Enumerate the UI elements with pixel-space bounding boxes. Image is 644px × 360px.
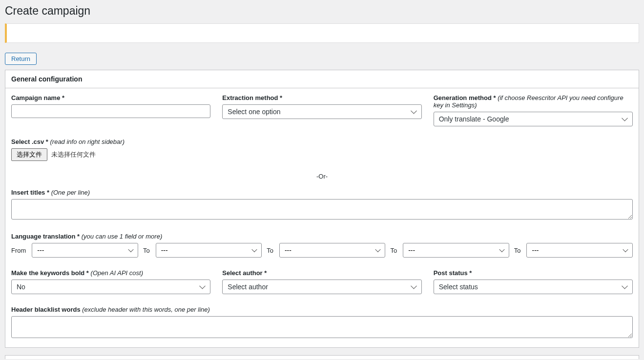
header-blacklist-textarea[interactable] [11, 316, 633, 338]
insert-titles-textarea[interactable] [11, 199, 633, 220]
lang-from-label: From [11, 247, 26, 254]
lang-to-label-2: To [267, 247, 273, 254]
lang-to-select-4[interactable]: --- [526, 243, 633, 258]
page-title: Create campaign [0, 0, 644, 20]
campaign-name-label: Campaign name * [11, 94, 210, 101]
post-status-label: Post status * [434, 269, 633, 277]
return-button[interactable]: Return [5, 53, 37, 65]
lang-to-label-3: To [390, 247, 397, 254]
panel-header: General configuration [5, 70, 639, 88]
keywords-bold-select[interactable]: No [11, 280, 210, 294]
post-status-select[interactable]: Select status [434, 280, 633, 294]
lang-to-label-1: To [143, 247, 150, 254]
extraction-method-select[interactable]: Select one option [222, 104, 421, 119]
next-panel [5, 355, 639, 359]
select-author-select[interactable]: Select author [222, 280, 421, 294]
insert-titles-label: Insert titles * (One per line) [11, 189, 633, 196]
header-blacklist-label: Header blacklist words (exclude header w… [11, 306, 633, 313]
campaign-name-input[interactable] [11, 104, 210, 118]
generation-method-select[interactable]: Only translate - Google [434, 112, 633, 126]
lang-to-label-4: To [514, 247, 521, 254]
lang-to-select-2[interactable]: --- [279, 243, 386, 258]
select-author-label: Select author * [222, 269, 421, 277]
keywords-bold-label: Make the keywords bold * (Open AI API co… [11, 269, 210, 277]
file-status: 未选择任何文件 [51, 150, 96, 159]
or-divider: -Or- [11, 173, 633, 180]
lang-to-select-3[interactable]: --- [403, 243, 509, 258]
generation-method-label: Generation method * (if choose Reescrito… [434, 94, 633, 109]
notice-bar [5, 23, 639, 43]
file-choose-button[interactable]: 选择文件 [11, 148, 47, 161]
lang-to-select-1[interactable]: --- [156, 243, 262, 258]
select-csv-label: Select .csv * (read info on right sideba… [11, 138, 633, 145]
general-configuration-panel: General configuration Campaign name * Ex… [5, 70, 639, 348]
extraction-method-label: Extraction method * [222, 94, 421, 101]
language-translation-label: Language translation * (you can use 1 fi… [11, 233, 633, 240]
lang-from-select[interactable]: --- [32, 243, 138, 258]
